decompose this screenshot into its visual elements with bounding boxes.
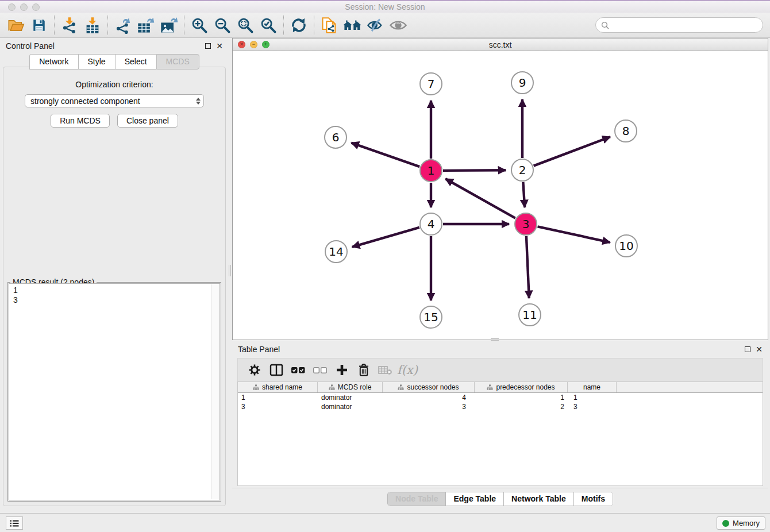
control-panel-title: Control Panel [6, 41, 55, 51]
list-icon [9, 519, 20, 528]
zoom-in-icon[interactable] [188, 15, 211, 36]
result-line: 1 [13, 286, 220, 295]
graph-node-14[interactable]: 14 [325, 240, 348, 263]
search-box[interactable] [595, 17, 763, 33]
export-image-icon[interactable] [157, 15, 180, 36]
graph-edge-1-2[interactable] [443, 170, 506, 171]
export-table-icon[interactable] [134, 15, 157, 36]
first-neighbors-icon[interactable] [341, 15, 364, 36]
zoom-fit-icon[interactable] [234, 15, 257, 36]
deselect-all-checkboxes-icon[interactable] [309, 360, 331, 380]
table-row[interactable]: 3 dominator 3 2 3 [238, 402, 763, 411]
search-input[interactable] [613, 21, 763, 29]
copy-network-icon[interactable] [318, 15, 341, 36]
app-titlebar: Session: New Session [0, 0, 770, 13]
show-all-icon[interactable] [387, 15, 410, 36]
close-panel-icon[interactable]: ✕ [216, 43, 223, 49]
graph-edge-2-3[interactable] [523, 182, 525, 207]
close-table-panel-icon[interactable]: ✕ [756, 346, 763, 352]
tab-edge-table[interactable]: Edge Table [446, 492, 504, 506]
import-network-icon[interactable] [58, 15, 81, 36]
graph-node-4[interactable]: 4 [419, 213, 442, 236]
tab-network[interactable]: Network [29, 54, 78, 70]
optimization-criterion-dropdown[interactable]: strongly connected component [25, 94, 204, 107]
zoom-out-icon[interactable] [211, 15, 234, 36]
graph-node-11[interactable]: 11 [518, 303, 541, 326]
graph-edge-3-10[interactable] [538, 226, 610, 242]
float-panel-icon[interactable] [205, 43, 211, 49]
mcds-result-list[interactable]: 1 3 [9, 283, 220, 500]
apply-layout-icon[interactable] [287, 15, 310, 36]
tab-network-table[interactable]: Network Table [504, 492, 574, 506]
tab-motifs[interactable]: Motifs [574, 492, 613, 506]
horizontal-splitter-grip[interactable] [491, 338, 499, 341]
attribute-type-icon [398, 384, 404, 391]
table-toolbar: f(x) [237, 358, 763, 381]
close-panel-button[interactable]: Close panel [117, 114, 178, 128]
graph-node-3[interactable]: 3 [514, 213, 537, 236]
tab-node-table[interactable]: Node Table [388, 492, 446, 506]
column-header-predecessor-nodes[interactable]: predecessor nodes [475, 382, 568, 392]
network-window-title: scc.txt [233, 40, 768, 49]
split-panel-icon[interactable] [265, 360, 287, 380]
control-panel: Control Panel ✕ Network Style Select MCD… [0, 38, 229, 513]
column-header-mcds-role[interactable]: MCDS role [318, 382, 383, 392]
memory-status-icon [722, 520, 729, 527]
search-icon [601, 21, 609, 29]
toolbar-separator [283, 16, 284, 35]
delete-table-icon[interactable] [375, 360, 396, 380]
graph-node-9[interactable]: 9 [511, 71, 534, 94]
column-header-successor-nodes[interactable]: successor nodes [383, 382, 475, 392]
status-bar: Memory [0, 513, 770, 532]
graph-node-10[interactable]: 10 [615, 234, 638, 257]
run-mcds-button[interactable]: Run MCDS [51, 114, 110, 128]
graph-node-1[interactable]: 1 [419, 159, 442, 182]
dropdown-stepper-icon [196, 98, 201, 105]
column-header-name[interactable]: name [568, 382, 617, 392]
tab-mcds[interactable]: MCDS [156, 54, 199, 70]
graph-edge-1-6[interactable] [351, 143, 419, 167]
add-column-icon[interactable] [331, 360, 353, 380]
task-history-button[interactable] [6, 516, 23, 530]
mcds-panel-body: Optimization criterion: strongly connect… [3, 67, 226, 506]
window-title: Session: New Session [0, 2, 770, 11]
mcds-result-group: MCDS result (2 nodes) 1 3 [7, 282, 221, 502]
node-table: shared name MCDS role successor nodes pr… [237, 381, 763, 486]
column-header-shared-name[interactable]: shared name [238, 382, 318, 392]
graph-node-8[interactable]: 8 [614, 119, 637, 142]
hide-selected-icon[interactable] [364, 15, 387, 36]
graph-node-2[interactable]: 2 [511, 159, 534, 182]
open-file-icon[interactable] [5, 15, 28, 36]
graph-node-15[interactable]: 15 [419, 306, 442, 329]
graph-node-7[interactable]: 7 [419, 72, 442, 95]
save-session-icon[interactable] [28, 15, 51, 36]
graph-node-6[interactable]: 6 [324, 126, 347, 149]
network-view-window: ✕ − + scc.txt 7968124314101511 [232, 38, 768, 340]
optimization-criterion-label: Optimization criterion: [3, 80, 225, 89]
graph-edge-3-11[interactable] [526, 236, 529, 298]
zoom-selected-icon[interactable] [257, 15, 280, 36]
float-table-panel-icon[interactable] [745, 346, 750, 352]
result-scrollbar[interactable] [211, 284, 219, 499]
tab-select[interactable]: Select [115, 54, 156, 70]
graph-canvas[interactable]: 7968124314101511 [233, 51, 768, 340]
table-row[interactable]: 1 dominator 4 1 1 [238, 393, 763, 402]
delete-icon[interactable] [353, 360, 375, 380]
import-table-icon[interactable] [81, 15, 104, 36]
graph-edge-3-1[interactable] [445, 179, 515, 218]
graph-edge-4-14[interactable] [352, 228, 419, 247]
table-header-row: shared name MCDS role successor nodes pr… [238, 382, 763, 393]
tab-style[interactable]: Style [78, 54, 115, 70]
attribute-type-icon [329, 384, 335, 391]
graph-edge-2-8[interactable] [534, 137, 610, 165]
vertical-splitter-grip[interactable] [229, 265, 231, 276]
network-window-titlebar[interactable]: ✕ − + scc.txt [233, 38, 768, 51]
function-builder-icon[interactable]: f(x) [396, 360, 418, 380]
control-panel-tabs: Network Style Select MCDS [0, 54, 229, 70]
select-all-checkboxes-icon[interactable] [287, 360, 309, 380]
table-panel: Table Panel ✕ f(x) [232, 342, 768, 510]
memory-button[interactable]: Memory [717, 516, 765, 530]
gear-icon[interactable] [244, 360, 265, 380]
export-network-icon[interactable] [111, 15, 134, 36]
toolbar-separator [54, 16, 55, 35]
